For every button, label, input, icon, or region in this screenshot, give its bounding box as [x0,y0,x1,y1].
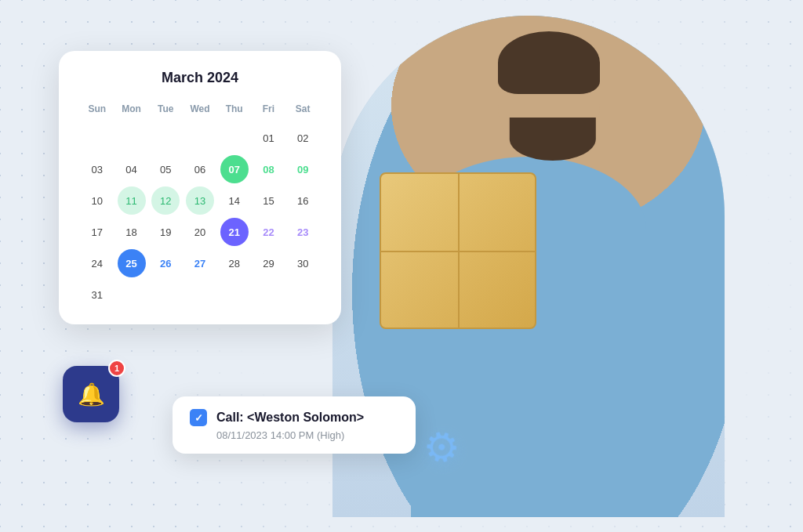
cal-cell-04[interactable]: 04 [118,155,146,183]
day-header-tue: Tue [149,100,182,121]
cal-cell-20[interactable]: 20 [186,218,214,246]
cal-cell-07[interactable]: 07 [220,155,249,183]
person-hair [498,31,600,94]
cal-cell-26[interactable]: 26 [151,249,180,277]
cal-cell-27[interactable]: 27 [186,249,214,277]
cal-cell-25[interactable]: 25 [118,249,146,277]
calendar-grid: Sun Mon Tue Wed Thu Fri Sat 01 02 03 04 … [81,100,319,309]
cal-cell-23[interactable]: 23 [289,218,317,246]
cal-cell-14[interactable]: 14 [220,186,249,215]
cal-cell-10[interactable]: 10 [83,186,111,215]
cal-cell [289,280,317,309]
cal-cell [83,124,111,152]
cal-cell-21[interactable]: 21 [220,218,249,246]
notification-bell[interactable]: 1 🔔 [63,366,119,422]
day-header-fri: Fri [253,100,285,121]
day-header-thu: Thu [218,100,251,121]
cal-cell [186,124,214,152]
calendar-title: March 2024 [81,70,319,86]
notification-badge: 1 [108,360,125,377]
cal-cell-01[interactable]: 01 [254,124,282,152]
cal-cell [151,124,180,152]
cal-cell-15[interactable]: 15 [254,186,282,215]
cal-cell [220,280,249,309]
cal-cell-06[interactable]: 06 [186,155,214,183]
cal-cell-24[interactable]: 24 [83,249,111,277]
cal-cell-09[interactable]: 09 [289,155,317,183]
cal-cell-28[interactable]: 28 [220,249,249,277]
cal-cell [118,124,146,152]
task-row: ✓ Call: <Weston Solomon> [190,409,398,426]
day-header-sun: Sun [81,100,114,121]
cal-cell-02[interactable]: 02 [289,124,317,152]
day-header-mon: Mon [115,100,148,121]
cal-cell [186,280,214,309]
cal-cell-13[interactable]: 13 [186,186,214,215]
task-title: Call: <Weston Solomon> [216,411,364,425]
cal-cell [254,280,282,309]
cal-cell-19[interactable]: 19 [151,218,180,246]
cal-cell-29[interactable]: 29 [254,249,282,277]
cal-cell-30[interactable]: 30 [289,249,317,277]
day-header-sat: Sat [286,100,319,121]
cal-cell [220,124,249,152]
checkmark-icon: ✓ [194,412,203,424]
cal-cell-11[interactable]: 11 [118,186,146,215]
delivery-box [380,172,536,329]
bell-icon: 🔔 [78,382,105,407]
cal-cell-31[interactable]: 31 [83,280,111,309]
cal-cell-05[interactable]: 05 [151,155,180,183]
task-meta: 08/11/2023 14:00 PM (High) [190,429,398,441]
cal-cell-16[interactable]: 16 [289,186,317,215]
calendar-card: March 2024 Sun Mon Tue Wed Thu Fri Sat 0… [59,51,341,324]
day-header-wed: Wed [183,100,216,121]
cal-cell-08[interactable]: 08 [254,155,282,183]
task-card: ✓ Call: <Weston Solomon> 08/11/2023 14:0… [173,396,416,454]
task-checkbox[interactable]: ✓ [190,409,207,426]
cal-cell-22[interactable]: 22 [254,218,282,246]
cal-cell-03[interactable]: 03 [83,155,111,183]
cal-cell-18[interactable]: 18 [118,218,146,246]
cal-cell [118,280,146,309]
cal-cell [151,280,180,309]
person-beard [510,118,596,161]
cal-cell-12[interactable]: 12 [151,186,180,215]
cal-cell-17[interactable]: 17 [83,218,111,246]
